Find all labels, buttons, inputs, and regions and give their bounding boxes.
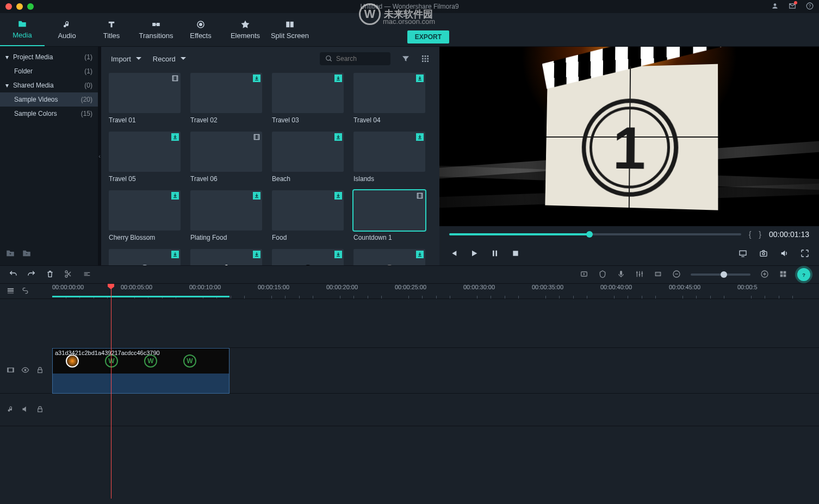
zoom-fit-icon[interactable] [779, 270, 787, 280]
audio-track-icon[interactable] [7, 405, 15, 415]
svg-rect-14 [425, 58, 426, 60]
svg-point-31 [639, 274, 641, 276]
help-button[interactable]: ? [797, 268, 810, 281]
tab-transitions[interactable]: Transitions [134, 13, 178, 46]
marker-icon[interactable] [598, 270, 607, 280]
fullscreen-icon[interactable] [801, 249, 809, 259]
timeline: 00:00:00:0000:00:05:0000:00:10:0000:00:1… [0, 284, 819, 499]
tab-effects[interactable]: Effects [178, 13, 223, 46]
preview-viewport[interactable]: 1 [439, 47, 819, 226]
tab-media[interactable]: Media [0, 13, 45, 46]
mark-in-icon[interactable]: { [749, 230, 752, 239]
prev-frame-button[interactable] [449, 249, 458, 259]
lock-icon[interactable] [36, 366, 44, 376]
svg-rect-48 [38, 369, 42, 372]
minimize-window[interactable] [16, 3, 23, 10]
clip-travel-01[interactable]: Travel 01 [109, 73, 181, 124]
svg-rect-46 [13, 368, 14, 372]
volume-icon[interactable] [780, 249, 789, 259]
close-window[interactable] [5, 3, 12, 10]
svg-rect-42 [8, 290, 14, 291]
visibility-icon[interactable] [21, 366, 29, 376]
clip-plating-food[interactable]: Plating Food [190, 190, 262, 241]
clip-countdown-2[interactable]: 3Countdown 2 [109, 249, 181, 265]
tab-elements[interactable]: Elements [223, 13, 268, 46]
crop-icon[interactable] [654, 270, 662, 280]
clip-countdown-4[interactable]: 3Countdown 4 [272, 249, 344, 265]
help-icon[interactable]: ? [806, 2, 814, 11]
snapshot-icon[interactable] [759, 249, 768, 259]
pause-button[interactable] [491, 249, 499, 259]
timecode: 00:00:01:13 [769, 230, 809, 239]
maximize-window[interactable] [27, 3, 34, 10]
svg-rect-16 [422, 60, 424, 62]
sidebar-item-sample-videos[interactable]: Sample Videos(20) [0, 92, 98, 107]
clip-cherry-blossom[interactable]: Cherry Blossom [109, 190, 181, 241]
record-dropdown[interactable]: Record [153, 55, 187, 63]
clip-countdown-3[interactable]: 1Countdown 3 [190, 249, 262, 265]
seek-bar[interactable] [449, 233, 741, 235]
delete-button[interactable] [46, 270, 54, 280]
edit-button[interactable] [83, 270, 91, 280]
export-button[interactable]: EXPORT [407, 30, 449, 43]
mark-out-icon[interactable]: } [759, 230, 761, 239]
clip-travel-03[interactable]: Travel 03 [272, 73, 344, 124]
stop-button[interactable] [511, 249, 520, 259]
zoom-slider[interactable] [691, 273, 750, 276]
svg-rect-38 [780, 274, 783, 277]
track-spacer[interactable] [52, 299, 819, 348]
clip-countdown-5[interactable]: 2Countdown 5 [353, 249, 425, 265]
timeline-ruler[interactable]: 00:00:00:0000:00:05:0000:00:10:0000:00:1… [52, 284, 819, 299]
search-input[interactable] [336, 55, 385, 63]
clip-countdown-1[interactable]: Countdown 1 [353, 190, 425, 241]
render-button[interactable] [580, 270, 588, 280]
clip-travel-06[interactable]: Travel 06 [190, 132, 262, 183]
account-icon[interactable] [771, 2, 779, 11]
lock-icon[interactable] [36, 405, 44, 415]
clip-islands[interactable]: Islands [353, 132, 425, 183]
tab-titles[interactable]: Titles [89, 13, 134, 46]
svg-rect-18 [427, 60, 429, 62]
grid-view-icon[interactable] [421, 54, 430, 63]
clip-travel-04[interactable]: Travel 04 [353, 73, 425, 124]
svg-rect-12 [427, 55, 429, 57]
voiceover-icon[interactable] [617, 270, 625, 280]
zoom-out-button[interactable] [672, 270, 681, 280]
delete-folder-icon[interactable] [22, 248, 32, 260]
redo-button[interactable] [27, 270, 36, 280]
video-track-icon[interactable] [7, 366, 15, 376]
svg-rect-43 [8, 292, 14, 294]
new-folder-icon[interactable] [5, 248, 15, 260]
play-button[interactable] [470, 249, 479, 259]
watermark: W 未来软件园 mac.orsoon.com [359, 3, 433, 25]
manage-tracks-icon[interactable] [7, 287, 15, 296]
mail-icon[interactable] [789, 2, 796, 11]
link-icon[interactable] [21, 287, 29, 296]
svg-point-32 [641, 272, 643, 274]
mute-icon[interactable] [21, 405, 29, 415]
clip-beach[interactable]: Beach [272, 132, 344, 183]
sidebar-item-folder[interactable]: Folder(1) [0, 64, 98, 78]
import-dropdown[interactable]: Import [111, 55, 142, 63]
zoom-in-button[interactable] [760, 270, 769, 280]
svg-point-47 [24, 369, 27, 371]
sidebar-item-shared-media[interactable]: ▾Shared Media(0) [0, 78, 98, 92]
audio-track[interactable] [52, 394, 819, 426]
split-button[interactable] [64, 270, 73, 280]
svg-rect-33 [655, 272, 660, 276]
clip-travel-05[interactable]: Travel 05 [109, 132, 181, 183]
playhead[interactable] [111, 284, 111, 499]
sidebar-item-sample-colors[interactable]: Sample Colors(15) [0, 107, 98, 121]
display-icon[interactable] [739, 249, 747, 259]
search-box[interactable] [320, 52, 390, 65]
clip-food[interactable]: Food [272, 190, 344, 241]
tab-splitscreen[interactable]: Split Screen [268, 13, 312, 46]
timeline-clip[interactable]: a31d3421c2bd1a439217acdcc46c3790 W W W [52, 348, 229, 394]
mixer-icon[interactable] [635, 270, 644, 280]
video-track[interactable]: a31d3421c2bd1a439217acdcc46c3790 W W W [52, 348, 819, 394]
filter-icon[interactable] [401, 54, 410, 63]
sidebar-item-project-media[interactable]: ▾Project Media(1) [0, 50, 98, 64]
undo-button[interactable] [9, 270, 17, 280]
clip-travel-02[interactable]: Travel 02 [190, 73, 262, 124]
tab-audio[interactable]: Audio [45, 13, 89, 46]
